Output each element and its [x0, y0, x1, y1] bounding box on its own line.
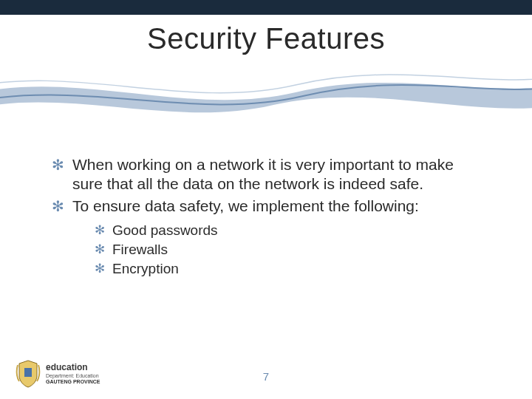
asterisk-icon: ✻ [52, 197, 72, 216]
asterisk-icon: ✻ [95, 222, 112, 239]
asterisk-icon: ✻ [52, 155, 72, 174]
sub-bullet-item: ✻ Encryption [95, 260, 488, 278]
bullet-item: ✻ When working on a network it is very i… [52, 155, 488, 194]
logo-dept: Department: Education [46, 373, 100, 379]
bullet-text: When working on a network it is very imp… [72, 155, 488, 194]
sub-bullet-item: ✻ Good passwords [95, 222, 488, 239]
asterisk-icon: ✻ [95, 241, 112, 259]
sub-bullet-text: Encryption [112, 260, 179, 278]
bullet-text: To ensure data safety, we implement the … [72, 197, 419, 216]
svg-rect-0 [24, 368, 32, 377]
logo: education Department: Education GAUTENG … [15, 359, 100, 389]
logo-word: education [46, 363, 100, 372]
content-area: ✻ When working on a network it is very i… [52, 155, 488, 279]
logo-text: education Department: Education GAUTENG … [46, 363, 100, 386]
top-band [0, 0, 532, 15]
sub-bullet-text: Good passwords [112, 222, 218, 239]
sub-bullet-list: ✻ Good passwords ✻ Firewalls ✻ Encryptio… [95, 222, 488, 278]
bullet-item: ✻ To ensure data safety, we implement th… [52, 197, 488, 216]
asterisk-icon: ✻ [95, 260, 112, 278]
crest-icon [15, 359, 41, 389]
wave-decoration [0, 59, 532, 126]
logo-province: GAUTENG PROVINCE [46, 379, 100, 385]
sub-bullet-text: Firewalls [112, 241, 168, 259]
slide-title: Security Features [0, 22, 532, 55]
sub-bullet-item: ✻ Firewalls [95, 241, 488, 259]
